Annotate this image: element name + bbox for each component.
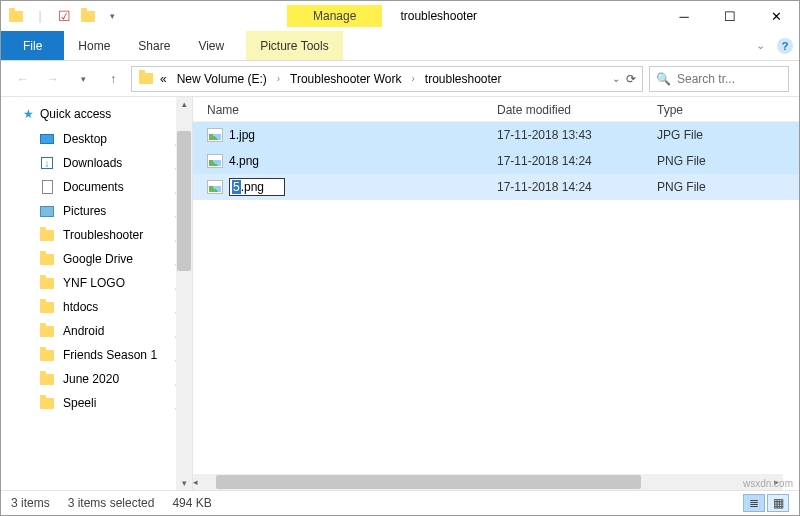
sidebar: ★ Quick access Desktop📌 ↓Downloads📌 Docu… — [1, 97, 193, 490]
sidebar-item-troubleshooter[interactable]: Troubleshooter📌 — [1, 223, 192, 247]
sidebar-item-documents[interactable]: Documents📌 — [1, 175, 192, 199]
grid-icon: ▦ — [773, 496, 784, 510]
file-list: Name Date modified Type 1.jpg 17-11-2018… — [193, 97, 799, 490]
sidebar-item-label: YNF LOGO — [63, 276, 125, 290]
file-date: 17-11-2018 14:24 — [497, 180, 657, 194]
chevron-right-icon[interactable]: › — [273, 71, 284, 86]
sidebar-item-label: Troubleshooter — [63, 228, 143, 242]
forward-button[interactable]: → — [41, 67, 65, 91]
status-count: 3 items — [11, 496, 50, 510]
star-icon: ★ — [23, 107, 34, 121]
sidebar-item-desktop[interactable]: Desktop📌 — [1, 127, 192, 151]
help-icon[interactable]: ? — [777, 38, 793, 54]
tab-file[interactable]: File — [1, 31, 64, 60]
sidebar-item-ynf-logo[interactable]: YNF LOGO📌 — [1, 271, 192, 295]
sidebar-item-friends[interactable]: Friends Season 1📌 — [1, 343, 192, 367]
sidebar-item-downloads[interactable]: ↓Downloads📌 — [1, 151, 192, 175]
file-row[interactable]: 1.jpg 17-11-2018 13:43 JPG File — [193, 122, 799, 148]
ribbon: File Home Share View Picture Tools ⌄ ? — [1, 31, 799, 61]
back-button[interactable]: ← — [11, 67, 35, 91]
folder-icon — [39, 347, 55, 363]
checkbox-icon[interactable]: ☑ — [53, 5, 75, 27]
ribbon-collapse-icon[interactable]: ⌄ — [756, 39, 765, 52]
maximize-button[interactable]: ☐ — [707, 1, 753, 31]
scroll-down-icon[interactable]: ▾ — [182, 476, 187, 490]
qat-dropdown-icon[interactable]: ▾ — [101, 5, 123, 27]
sidebar-item-android[interactable]: Android📌 — [1, 319, 192, 343]
close-button[interactable]: ✕ — [753, 1, 799, 31]
sidebar-quick-access[interactable]: ★ Quick access — [1, 105, 192, 127]
breadcrumb-1[interactable]: Troubleshooter Work — [286, 70, 405, 88]
download-icon: ↓ — [39, 155, 55, 171]
horizontal-scrollbar[interactable]: ◂ ▸ — [193, 474, 783, 490]
col-type[interactable]: Type — [657, 103, 777, 117]
sidebar-item-htdocs[interactable]: htdocs📌 — [1, 295, 192, 319]
sidebar-item-google-drive[interactable]: Google Drive📌 — [1, 247, 192, 271]
folder-icon — [39, 323, 55, 339]
folder-icon — [39, 227, 55, 243]
breadcrumb-2[interactable]: troubleshooter — [421, 70, 506, 88]
image-icon — [207, 128, 223, 142]
image-icon — [207, 180, 223, 194]
chevron-right-icon[interactable]: › — [407, 71, 418, 86]
search-icon: 🔍 — [656, 72, 671, 86]
rename-rest-text: .png — [241, 180, 264, 194]
col-date[interactable]: Date modified — [497, 103, 657, 117]
picture-icon — [39, 203, 55, 219]
file-type: PNG File — [657, 154, 777, 168]
scroll-thumb[interactable] — [216, 475, 641, 489]
status-size: 494 KB — [172, 496, 211, 510]
address-dropdown-icon[interactable]: ⌄ — [612, 73, 620, 84]
folder-icon — [5, 5, 27, 27]
view-large-button[interactable]: ▦ — [767, 494, 789, 512]
file-row-renaming[interactable]: 5.png 17-11-2018 14:24 PNG File — [193, 174, 799, 200]
file-name: 4.png — [229, 154, 259, 168]
scroll-left-icon[interactable]: ◂ — [193, 475, 198, 489]
tab-home[interactable]: Home — [64, 31, 124, 60]
sidebar-item-label: Pictures — [63, 204, 106, 218]
desktop-icon — [39, 131, 55, 147]
folder-icon — [39, 371, 55, 387]
drive-icon — [138, 71, 154, 87]
column-headers[interactable]: Name Date modified Type — [193, 97, 799, 122]
sidebar-item-label: Downloads — [63, 156, 122, 170]
status-selected: 3 items selected — [68, 496, 155, 510]
sidebar-scrollbar[interactable]: ▴ ▾ — [176, 97, 192, 490]
search-input[interactable]: 🔍 Search tr... — [649, 66, 789, 92]
recent-dropdown-icon[interactable]: ▾ — [71, 67, 95, 91]
up-button[interactable]: ↑ — [101, 67, 125, 91]
breadcrumb-prefix: « — [156, 70, 171, 88]
context-tab-manage[interactable]: Manage — [287, 5, 382, 27]
tab-view[interactable]: View — [184, 31, 238, 60]
details-icon: ≣ — [749, 496, 759, 510]
breadcrumb-0[interactable]: New Volume (E:) — [173, 70, 271, 88]
tab-share[interactable]: Share — [124, 31, 184, 60]
sidebar-item-label: Android — [63, 324, 104, 338]
breadcrumb-bar[interactable]: « New Volume (E:) › Troubleshooter Work … — [131, 66, 643, 92]
view-details-button[interactable]: ≣ — [743, 494, 765, 512]
refresh-icon[interactable]: ⟳ — [626, 72, 636, 86]
col-name[interactable]: Name — [207, 103, 497, 117]
file-type: PNG File — [657, 180, 777, 194]
quick-access-toolbar: | ☑ ▾ — [1, 5, 127, 27]
sidebar-item-label: Google Drive — [63, 252, 133, 266]
sidebar-item-label: Documents — [63, 180, 124, 194]
sidebar-item-label: June 2020 — [63, 372, 119, 386]
folder-icon — [39, 251, 55, 267]
sidebar-item-speeli[interactable]: Speeli📌 — [1, 391, 192, 415]
scroll-up-icon[interactable]: ▴ — [182, 97, 187, 111]
file-name: 1.jpg — [229, 128, 255, 142]
file-row[interactable]: 4.png 17-11-2018 14:24 PNG File — [193, 148, 799, 174]
rename-input[interactable]: 5.png — [229, 178, 285, 196]
address-bar: ← → ▾ ↑ « New Volume (E:) › Troubleshoot… — [1, 61, 799, 97]
rename-selected-text: 5 — [232, 180, 241, 194]
folder-open-icon[interactable] — [77, 5, 99, 27]
image-icon — [207, 154, 223, 168]
sidebar-item-label: Friends Season 1 — [63, 348, 157, 362]
tab-picture-tools[interactable]: Picture Tools — [246, 31, 342, 60]
quick-access-label: Quick access — [40, 107, 111, 121]
sidebar-item-june2020[interactable]: June 2020📌 — [1, 367, 192, 391]
sidebar-item-pictures[interactable]: Pictures📌 — [1, 199, 192, 223]
scroll-thumb[interactable] — [177, 131, 191, 271]
minimize-button[interactable]: ─ — [661, 1, 707, 31]
